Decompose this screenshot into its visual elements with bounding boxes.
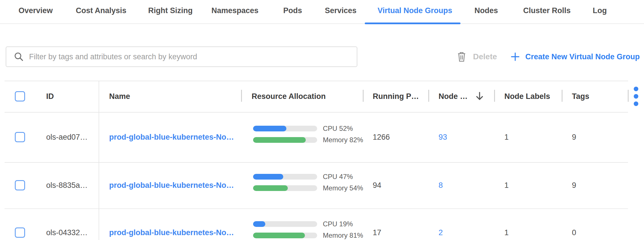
tab-virtual-node-groups[interactable]: Virtual Node Groups xyxy=(378,6,452,15)
column-header-nodes[interactable]: Node … xyxy=(439,92,468,101)
column-header-node-labels[interactable]: Node Labels xyxy=(504,92,550,101)
memory-label: Memory 81% xyxy=(323,231,363,239)
create-vng-button[interactable]: Create New Virtual Node Group xyxy=(510,46,640,67)
tab-bar: Overview Cost Analysis Right Sizing Name… xyxy=(0,0,644,24)
active-tab-underline xyxy=(365,23,460,24)
tab-cluster-rolls[interactable]: Cluster Rolls xyxy=(523,6,571,15)
plus-icon xyxy=(510,52,520,62)
tab-log[interactable]: Log xyxy=(593,6,607,15)
resource-allocation-cell: CPU 19% Memory 81% xyxy=(253,220,363,240)
tab-namespaces[interactable]: Namespaces xyxy=(211,6,258,15)
column-header-tags[interactable]: Tags xyxy=(572,92,589,101)
tab-pods[interactable]: Pods xyxy=(283,6,302,15)
virtual-node-groups-page: Overview Cost Analysis Right Sizing Name… xyxy=(0,0,644,240)
cpu-bar xyxy=(253,126,317,131)
nodes-count-link[interactable]: 2 xyxy=(439,228,443,237)
vng-id: ols-04332… xyxy=(46,228,88,237)
memory-bar xyxy=(253,137,317,143)
column-header-running-pods[interactable]: Running P… xyxy=(373,92,419,101)
row-checkbox[interactable] xyxy=(15,227,25,238)
running-pods-count: 94 xyxy=(373,181,381,190)
column-header-resource-allocation[interactable]: Resource Allocation xyxy=(252,92,326,101)
filter-search-box[interactable] xyxy=(6,46,357,67)
cpu-label: CPU 52% xyxy=(323,125,353,133)
search-icon xyxy=(14,52,24,62)
table-row: ols-aed07… prod-global-blue-kubernetes-N… xyxy=(0,112,644,162)
cpu-label: CPU 47% xyxy=(323,173,353,181)
node-labels-count: 1 xyxy=(504,228,509,237)
nodes-count-link[interactable]: 93 xyxy=(439,133,447,142)
tags-count: 9 xyxy=(572,133,576,142)
delete-label: Delete xyxy=(473,52,497,61)
column-header-id[interactable]: ID xyxy=(46,92,54,101)
trash-icon xyxy=(456,50,467,63)
vng-id: ols-aed07… xyxy=(46,133,88,142)
tab-services[interactable]: Services xyxy=(325,6,356,15)
tags-count: 0 xyxy=(572,228,576,237)
cpu-label: CPU 19% xyxy=(323,220,353,228)
table-row: ols-8835a… prod-global-blue-kubernetes-N… xyxy=(0,162,644,208)
nodes-count-link[interactable]: 8 xyxy=(439,181,443,190)
vng-name-link[interactable]: prod-global-blue-kubernetes-No… xyxy=(109,181,234,190)
row-checkbox[interactable] xyxy=(15,180,25,190)
column-settings-kebab-icon[interactable] xyxy=(634,87,638,106)
vng-name-link[interactable]: prod-global-blue-kubernetes-No… xyxy=(109,133,234,142)
running-pods-count: 17 xyxy=(373,228,381,237)
table-row: ols-04332… prod-global-blue-kubernetes-N… xyxy=(0,208,644,240)
memory-label: Memory 54% xyxy=(323,184,363,192)
select-all-checkbox[interactable] xyxy=(15,91,25,101)
table-header: ID Name Resource Allocation Running P… N… xyxy=(0,81,644,112)
tab-right-sizing[interactable]: Right Sizing xyxy=(148,6,193,15)
running-pods-count: 1266 xyxy=(373,133,390,142)
memory-bar xyxy=(253,233,317,238)
cpu-bar xyxy=(253,221,317,227)
memory-bar xyxy=(253,185,317,191)
resource-allocation-cell: CPU 47% Memory 54% xyxy=(253,172,363,192)
vng-name-link[interactable]: prod-global-blue-kubernetes-No… xyxy=(109,228,234,237)
column-header-name[interactable]: Name xyxy=(109,92,130,101)
create-vng-label: Create New Virtual Node Group xyxy=(525,52,640,61)
delete-button[interactable]: Delete xyxy=(456,46,497,67)
node-labels-count: 1 xyxy=(504,181,509,190)
tab-overview[interactable]: Overview xyxy=(19,6,53,15)
tags-count: 9 xyxy=(572,181,576,190)
tab-nodes[interactable]: Nodes xyxy=(474,6,498,15)
row-checkbox[interactable] xyxy=(15,132,25,142)
vng-id: ols-8835a… xyxy=(46,181,88,190)
resource-allocation-cell: CPU 52% Memory 82% xyxy=(253,124,363,144)
node-labels-count: 1 xyxy=(504,133,509,142)
memory-label: Memory 82% xyxy=(323,136,363,144)
sort-desc-arrow-icon[interactable] xyxy=(474,91,485,102)
tab-cost-analysis[interactable]: Cost Analysis xyxy=(76,6,127,15)
search-input[interactable] xyxy=(29,48,353,65)
cpu-bar xyxy=(253,174,317,180)
